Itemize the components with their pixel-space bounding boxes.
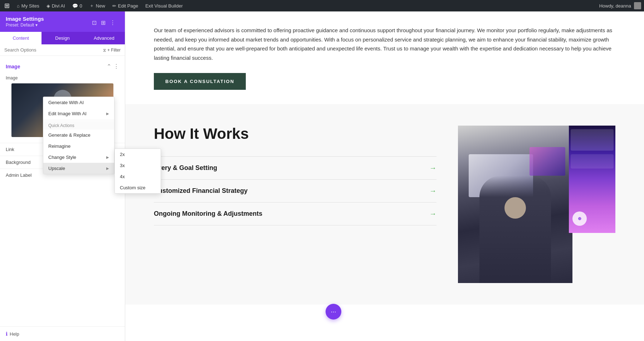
filter-icon: ⧖ [103,48,106,53]
change-style-item[interactable]: Change Style ▶ [43,152,114,163]
search-bar: ⧖ + Filter [0,44,125,56]
edit-page-link[interactable]: ✏ Edit Page [111,0,140,11]
image-settings-sidebar: Image Settings Preset: Default ▾ ⊡ ⊞ ⋮ C… [0,11,125,341]
edit-icon: ✏ [112,3,116,9]
admin-label-field-label: Admin Label [6,172,31,178]
sidebar-tabs: Content Design Advanced [0,32,125,44]
accordion-item-2[interactable]: Customized Financial Strategy → [154,179,436,202]
filter-button[interactable]: ⧖ + Filter [103,48,121,53]
avatar-icon [634,2,641,9]
submenu-arrow-style: ▶ [106,155,109,159]
sidebar-more-button[interactable]: ⋮ [109,19,116,27]
reimagine-item[interactable]: Reimagine [43,141,114,152]
background-field-label: Background [6,160,30,165]
accordion-title-1: overy & Goal Setting [154,164,217,172]
plus-icon: ＋ [89,3,94,9]
section-options-button[interactable]: ⋮ [113,63,119,70]
upscale-submenu: 2x 3x 4x Custom size [114,148,161,194]
tab-content[interactable]: Content [0,32,42,44]
accordion-title-3: Ongoing Monitoring & Adjustments [154,210,262,218]
photo-collage: ⊕ [458,126,615,283]
quick-actions-label: Quick Actions [43,121,114,130]
help-area[interactable]: ℹ Help [0,326,125,341]
accordion-item-3[interactable]: Ongoing Monitoring & Adjustments → [154,202,436,225]
link-field-label: Link [6,147,14,152]
accordion-arrow-1: → [429,164,436,172]
accordion-arrow-3: → [429,210,436,218]
text-section: Our team of experienced advisors is comm… [125,11,644,104]
image-section-header[interactable]: Image ⌃ ⋮ [0,60,125,73]
help-icon: ℹ [6,331,8,337]
submenu-arrow-upscale: ▶ [106,166,109,170]
fab-icon: ··· [331,308,336,316]
search-input[interactable] [4,47,100,53]
add-new-link[interactable]: ＋ New [88,0,107,11]
edit-image-with-ai-item[interactable]: Edit Image With AI ▶ [43,108,114,119]
comment-icon: 💬 [72,3,78,9]
sidebar-columns-button[interactable]: ⊞ [100,19,106,27]
how-it-works-section: How It Works overy & Goal Setting → Cust… [125,104,644,305]
accordion-item-1[interactable]: overy & Goal Setting → [154,156,436,179]
divi-ai-link[interactable]: ◈ Divi AI [45,0,67,11]
menu-divider-1 [43,120,114,120]
sidebar-header: Image Settings Preset: Default ▾ ⊡ ⊞ ⋮ [0,11,125,32]
upscale-4x[interactable]: 4x [115,171,161,182]
section-collapse-button[interactable]: ⌃ [107,63,111,70]
generate-replace-item[interactable]: Generate & Replace [43,130,114,141]
image-field-label: Image [6,75,119,81]
side-photo: ⊕ [569,126,615,233]
top-bar: ⊞ ⌂ My Sites ◈ Divi AI 💬 0 ＋ New ✏ Edit … [0,0,644,11]
tab-advanced[interactable]: Advanced [83,32,125,44]
sites-icon: ⌂ [17,3,20,9]
how-it-works-right: ⊕ [458,126,615,283]
upscale-custom[interactable]: Custom size [115,182,161,193]
exit-builder-link[interactable]: Exit Visual Builder [144,0,184,11]
wordpress-icon[interactable]: ⊞ [3,0,11,11]
comments-link[interactable]: 💬 0 [71,0,84,11]
how-it-works-left: How It Works overy & Goal Setting → Cust… [154,126,436,225]
section-title: Image [6,64,20,69]
top-bar-right: Howdy, deanna [599,2,641,9]
upscale-item[interactable]: Upscale ▶ [43,163,114,174]
accordion-arrow-2: → [429,187,436,195]
tab-design[interactable]: Design [42,32,83,44]
my-sites-link[interactable]: ⌂ My Sites [15,0,41,11]
divi-icon: ◈ [47,3,50,9]
accordion-title-2: Customized Financial Strategy [154,187,248,195]
submenu-arrow-edit: ▶ [106,112,109,116]
help-text: Help [10,331,19,337]
main-photo [458,126,572,283]
upscale-3x[interactable]: 3x [115,160,161,171]
primary-context-menu: Generate With AI Edit Image With AI ▶ Qu… [43,97,114,174]
main-content: Our team of experienced advisors is comm… [125,11,644,341]
upscale-2x[interactable]: 2x [115,149,161,160]
consultation-button[interactable]: BOOK A CONSULTATION [154,73,246,90]
how-it-works-title: How It Works [154,126,436,142]
sidebar-resize-button[interactable]: ⊡ [91,19,97,27]
body-text: Our team of experienced advisors is comm… [154,26,615,62]
generate-with-ai-item[interactable]: Generate With AI [43,97,114,108]
floating-action-button[interactable]: ··· [326,304,341,320]
